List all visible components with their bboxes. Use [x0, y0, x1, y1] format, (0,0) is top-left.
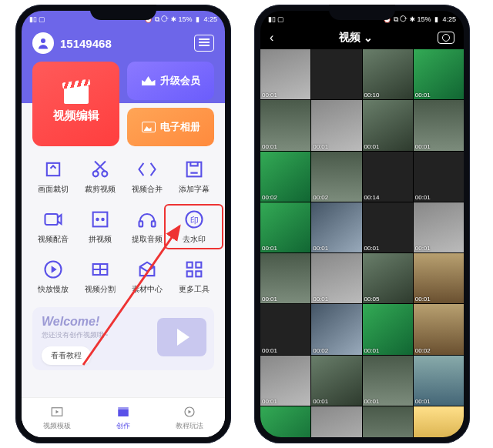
video-thumb[interactable]: 00:14	[363, 152, 413, 202]
video-thumb[interactable]: 00:02	[311, 304, 361, 354]
video-thumb[interactable]: 00:01	[311, 253, 361, 303]
duration-label: 00:02	[415, 347, 431, 354]
video-thumb[interactable]: 00:02	[414, 304, 464, 354]
tool-label: 拼视频	[89, 234, 112, 245]
assets-icon	[136, 259, 158, 280]
video-thumb[interactable]: 00:01	[363, 100, 413, 150]
video-thumb[interactable]: 00:02	[311, 152, 361, 202]
video-thumb[interactable]: 00:01	[260, 100, 310, 150]
svg-rect-9	[139, 221, 143, 226]
video-thumb[interactable]: 00:01	[260, 202, 310, 252]
tool-label: 裁剪视频	[85, 184, 116, 195]
tool-speed[interactable]: 快放慢放	[29, 259, 76, 295]
video-thumb[interactable]: 00:01	[414, 253, 464, 303]
duration-label: 00:10	[364, 92, 380, 99]
nav-tpl[interactable]: 视频模板	[43, 404, 71, 431]
duration-label: 00:05	[364, 296, 380, 303]
video-thumb[interactable]: 00:10	[363, 49, 413, 99]
tool-split[interactable]: 视频分割	[76, 259, 123, 295]
duration-label: 00:01	[364, 245, 380, 252]
svg-point-8	[102, 219, 103, 220]
svg-text:印: 印	[189, 216, 198, 225]
tool-more[interactable]: 更多工具	[170, 259, 217, 295]
duration-label: 00:01	[364, 398, 380, 405]
tool-assets[interactable]: 素材中心	[123, 259, 170, 295]
duration-label: 00:01	[415, 398, 431, 405]
welcome-card: Welcome! 您还没有创作视频哦~ 看看教程	[32, 307, 214, 370]
tool-dub[interactable]: 视频配音	[29, 209, 76, 245]
duration-label: 00:01	[313, 143, 328, 150]
video-thumb[interactable]	[311, 49, 361, 99]
status-bar: ▮▯▢ ⏰ ⧉ ⟳ ✱ 15%▮4:25	[260, 11, 464, 28]
video-thumb[interactable]: 00:01	[363, 304, 413, 354]
tool-subtitle[interactable]: 添加字幕	[170, 159, 217, 195]
crop-icon	[42, 159, 64, 180]
video-thumb[interactable]: 00:01	[414, 356, 464, 406]
card-video-edit[interactable]: 视频编辑	[32, 62, 119, 146]
camera-icon[interactable]	[438, 32, 454, 44]
video-thumb[interactable]: 00:01	[363, 356, 413, 406]
video-thumb[interactable]: 00:01	[414, 152, 464, 202]
duration-label: 00:01	[313, 296, 328, 303]
video-thumb[interactable]: 00:05	[363, 253, 413, 303]
duration-label: 00:01	[415, 245, 431, 252]
tool-label: 快放慢放	[38, 284, 69, 295]
messages-icon[interactable]	[194, 35, 214, 52]
speed-icon	[42, 259, 64, 280]
avatar[interactable]	[32, 32, 54, 54]
tool-trim[interactable]: 裁剪视频	[76, 159, 123, 195]
nav-tutorial[interactable]: 教程玩法	[176, 404, 203, 431]
dewm-icon: 印	[183, 209, 205, 230]
duration-label: 00:14	[364, 194, 380, 201]
clapper-icon	[64, 85, 89, 104]
video-thumb[interactable]: 00:01	[260, 253, 310, 303]
create-icon	[113, 404, 133, 420]
duration-label: 00:01	[262, 398, 277, 405]
video-thumb[interactable]: 00:01	[311, 356, 361, 406]
svg-point-2	[92, 171, 98, 176]
svg-point-0	[41, 38, 45, 43]
svg-point-3	[102, 171, 107, 176]
video-thumb[interactable]: 00:01	[260, 49, 310, 99]
video-thumb[interactable]	[311, 406, 361, 437]
tool-collage[interactable]: 拼视频	[76, 209, 123, 245]
video-thumb[interactable]	[363, 406, 413, 437]
svg-rect-20	[118, 410, 129, 416]
merge-icon	[136, 159, 158, 180]
video-thumb[interactable]: 00:01	[414, 100, 464, 150]
tool-label: 提取音频	[132, 234, 163, 245]
video-thumb[interactable]	[414, 406, 464, 437]
video-thumb[interactable]: 00:01	[414, 202, 464, 252]
nav-create[interactable]: 创作	[113, 404, 133, 431]
tool-dewm[interactable]: 印去水印	[170, 209, 217, 245]
card-album[interactable]: 电子相册	[127, 108, 214, 146]
svg-point-7	[96, 219, 98, 220]
video-thumb[interactable]: 00:01	[260, 356, 310, 406]
crown-icon	[142, 76, 156, 85]
tool-crop[interactable]: 画面裁切	[29, 159, 76, 195]
collage-icon	[89, 209, 111, 230]
svg-rect-10	[151, 221, 155, 226]
duration-label: 00:01	[262, 92, 277, 99]
subtitle-icon	[183, 159, 205, 180]
duration-label: 00:01	[415, 92, 431, 99]
tool-merge[interactable]: 视频合并	[123, 159, 170, 195]
video-thumb[interactable]: 00:02	[260, 152, 310, 202]
picker-title[interactable]: 视频⌄	[339, 31, 373, 45]
tutorial-icon	[179, 404, 200, 420]
video-thumb[interactable]: 00:01	[363, 202, 413, 252]
video-thumb[interactable]: 00:01	[260, 304, 310, 354]
status-bar: ▮▯▢ ⏰ ⧉ ⟳ ✱ 15%▮4:25	[22, 11, 225, 28]
svg-rect-16	[196, 262, 201, 268]
tutorial-button[interactable]: 看看教程	[42, 346, 91, 365]
more-icon	[183, 259, 205, 280]
video-thumb[interactable]	[260, 406, 310, 437]
video-thumb[interactable]: 00:01	[311, 202, 361, 252]
video-thumb[interactable]: 00:01	[414, 49, 464, 99]
play-icon[interactable]	[157, 318, 206, 356]
back-icon[interactable]: ‹	[270, 31, 273, 45]
duration-label: 00:01	[262, 296, 277, 303]
tool-extract[interactable]: 提取音频	[123, 209, 170, 245]
video-thumb[interactable]: 00:01	[311, 100, 361, 150]
card-upgrade[interactable]: 升级会员	[127, 62, 214, 100]
